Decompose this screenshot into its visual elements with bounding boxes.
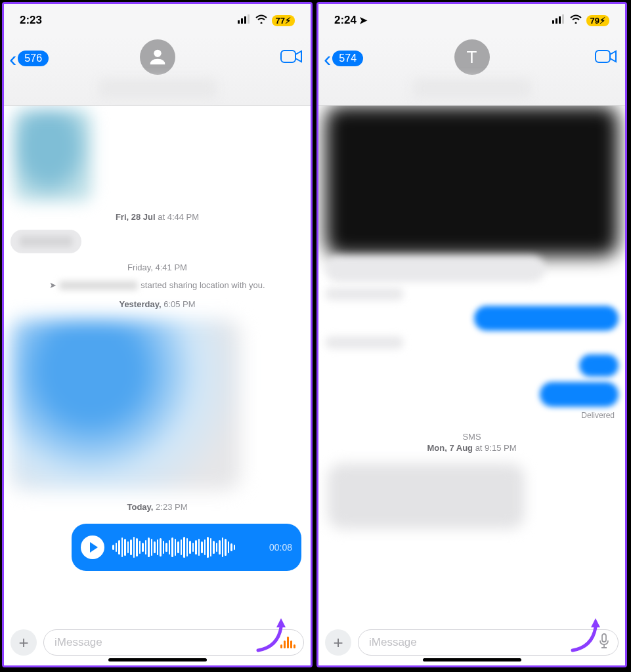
svg-rect-1 xyxy=(241,18,243,24)
chevron-left-icon: ‹ xyxy=(9,47,16,70)
home-indicator[interactable] xyxy=(423,658,521,662)
cellular-icon xyxy=(238,14,251,27)
facetime-button[interactable] xyxy=(595,49,617,67)
status-bar: 2:24 ➤ 79⚡︎ xyxy=(318,4,625,37)
timestamp: Yesterday, 6:05 PM xyxy=(11,299,304,309)
facetime-button[interactable] xyxy=(280,49,303,67)
contact-name-redacted xyxy=(413,79,531,98)
phone-right: 2:24 ➤ 79⚡︎ ‹ 574 T xyxy=(316,2,627,667)
chevron-left-icon: ‹ xyxy=(324,47,331,70)
cellular-icon xyxy=(552,14,565,27)
phone-left: 2:23 77⚡︎ ‹ 576 xyxy=(2,2,313,667)
play-icon xyxy=(90,542,98,553)
image-message-redacted[interactable] xyxy=(13,110,92,201)
incoming-message-redacted[interactable] xyxy=(325,256,545,282)
message-input[interactable]: iMessage xyxy=(358,629,619,656)
back-button[interactable]: ‹ 574 xyxy=(324,47,363,70)
play-button[interactable] xyxy=(81,536,104,559)
incoming-message-redacted[interactable] xyxy=(325,336,404,349)
wifi-icon xyxy=(569,14,582,27)
rich-message-redacted[interactable] xyxy=(11,320,240,490)
timestamp: Mon, 7 Aug at 9:15 PM xyxy=(325,443,619,453)
clock: 2:24 xyxy=(334,14,357,27)
svg-rect-8 xyxy=(555,18,557,24)
wifi-icon xyxy=(255,14,268,27)
conversation[interactable]: Fri, 28 Jul at 4:44 PM Friday, 4:41 PM ➤… xyxy=(4,106,311,623)
message-input[interactable]: iMessage xyxy=(43,629,304,656)
incoming-sms-redacted[interactable] xyxy=(328,463,525,529)
audio-record-icon[interactable] xyxy=(278,634,298,651)
svg-rect-10 xyxy=(562,14,564,24)
avatar xyxy=(140,39,175,75)
timestamp: Friday, 4:41 PM xyxy=(11,262,304,272)
nav-header: ‹ 576 xyxy=(4,37,311,106)
add-attachment-button[interactable]: + xyxy=(11,629,37,656)
svg-rect-12 xyxy=(602,634,606,642)
sms-label: SMS xyxy=(325,432,619,442)
conversation[interactable]: Delivered SMS Mon, 7 Aug at 9:15 PM xyxy=(318,106,625,623)
avatar-initial: T xyxy=(467,47,477,68)
back-button[interactable]: ‹ 576 xyxy=(9,47,49,70)
outgoing-message-redacted[interactable] xyxy=(474,306,619,331)
delivery-status: Delivered xyxy=(581,411,615,420)
avatar: T xyxy=(454,39,490,75)
incoming-message-redacted[interactable] xyxy=(325,287,404,301)
contact-name-redacted xyxy=(98,79,217,98)
outgoing-message-redacted[interactable] xyxy=(579,354,619,377)
battery-indicator: 79⚡︎ xyxy=(586,15,609,26)
nav-header: ‹ 574 T xyxy=(318,37,625,106)
audio-message[interactable]: 00:08 xyxy=(72,524,301,571)
dictation-mic-icon[interactable] xyxy=(596,631,613,655)
add-attachment-button[interactable]: + xyxy=(325,629,351,656)
svg-rect-0 xyxy=(238,20,240,24)
unread-count: 574 xyxy=(332,51,363,66)
clock: 2:23 xyxy=(20,14,42,27)
contact-avatar-area[interactable] xyxy=(98,39,217,98)
outgoing-message-redacted[interactable] xyxy=(540,382,619,407)
svg-rect-5 xyxy=(281,51,295,62)
location-services-icon: ➤ xyxy=(359,14,368,26)
incoming-message-redacted[interactable] xyxy=(11,230,81,253)
home-indicator[interactable] xyxy=(108,658,207,662)
svg-point-4 xyxy=(154,50,161,57)
audio-waveform[interactable] xyxy=(112,536,261,558)
svg-rect-11 xyxy=(596,51,610,62)
location-sharing-notice: ➤ started sharing location with you. xyxy=(11,280,304,290)
timestamp: Today, 2:23 PM xyxy=(11,502,304,512)
unread-count: 576 xyxy=(18,51,49,66)
placeholder: iMessage xyxy=(369,636,596,649)
battery-indicator: 77⚡︎ xyxy=(272,15,295,26)
contact-avatar-area[interactable]: T xyxy=(413,39,531,98)
placeholder: iMessage xyxy=(54,636,278,649)
audio-duration: 00:08 xyxy=(269,542,292,553)
status-bar: 2:23 77⚡︎ xyxy=(4,4,311,37)
timestamp: Fri, 28 Jul at 4:44 PM xyxy=(11,212,304,222)
svg-rect-9 xyxy=(559,16,561,24)
svg-rect-3 xyxy=(248,14,250,24)
svg-rect-2 xyxy=(244,16,246,24)
redacted-content xyxy=(325,106,619,257)
location-arrow-icon: ➤ xyxy=(49,280,56,290)
svg-rect-7 xyxy=(552,20,554,24)
